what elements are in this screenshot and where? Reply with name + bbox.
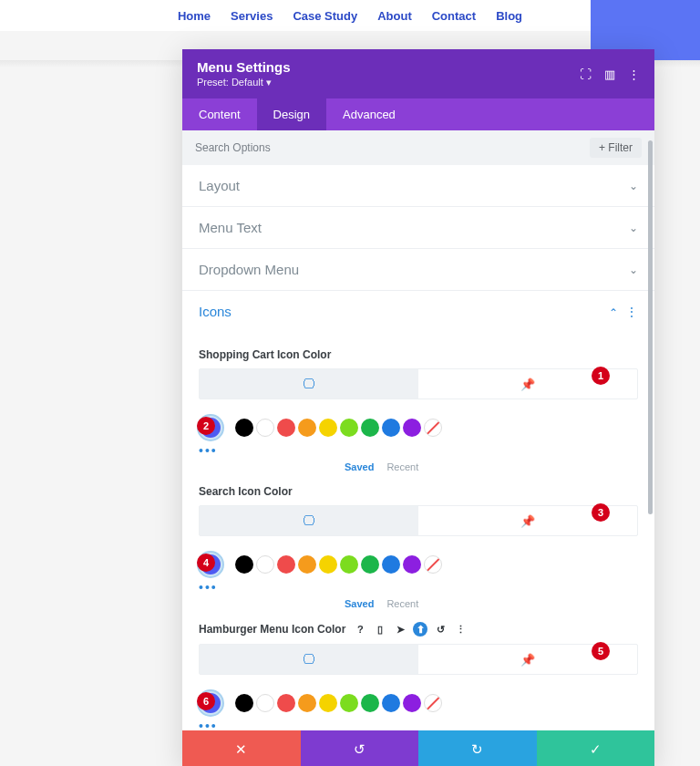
swatch-white[interactable] (256, 694, 274, 712)
desktop-icon: 🖵 (303, 513, 315, 528)
modal-title: Menu Settings (197, 59, 291, 75)
swatch-white[interactable] (256, 419, 274, 437)
columns-icon[interactable]: ▥ (604, 67, 615, 81)
section-options-icon[interactable]: ⋮ (625, 305, 638, 319)
swatch-yellow[interactable] (319, 419, 337, 437)
expand-icon[interactable]: ⛶ (580, 67, 592, 81)
responsive-tabs-search-color: 🖵 📌 3 (199, 505, 638, 536)
swatch-orange[interactable] (298, 694, 316, 712)
reset-icon[interactable]: ↺ (433, 622, 448, 637)
annotation-badge-1: 1 (592, 367, 610, 385)
close-button[interactable]: ✕ (182, 730, 301, 766)
undo-button[interactable]: ↺ (301, 730, 419, 766)
save-button[interactable]: ✓ (537, 730, 655, 766)
swatch-orange[interactable] (298, 555, 316, 574)
menu-settings-modal: Menu Settings Preset: Default ▾ ⛶ ▥ ⋮ Co… (182, 49, 654, 766)
swatch-row-cart: 2 (199, 416, 638, 440)
swatch-none[interactable] (424, 419, 442, 437)
saved-tab[interactable]: Saved (345, 598, 374, 609)
swatch-green[interactable] (361, 555, 379, 574)
field-help-icons: ? ▯ ➤ ⬆ ↺ ⋮ (353, 622, 468, 637)
swatch-white[interactable] (256, 555, 274, 574)
search-placeholder[interactable]: Search Options (195, 141, 271, 154)
swatch-blue[interactable] (382, 694, 400, 712)
annotation-badge-2: 2 (197, 417, 215, 435)
mobile-icon[interactable]: ▯ (373, 622, 387, 637)
nav-blog[interactable]: Blog (496, 9, 522, 23)
recent-tab[interactable]: Recent (386, 598, 418, 609)
recent-tab[interactable]: Recent (386, 461, 418, 472)
swatch-none[interactable] (424, 694, 442, 712)
swatch-purple[interactable] (403, 555, 421, 574)
swatch-blue[interactable] (382, 419, 400, 437)
saved-tab[interactable]: Saved (345, 461, 374, 472)
swatch-purple[interactable] (403, 694, 421, 712)
swatch-black[interactable] (235, 694, 253, 712)
swatch-black[interactable] (235, 555, 253, 574)
chevron-down-icon: ⌄ (629, 180, 638, 192)
preset-dropdown[interactable]: Preset: Default ▾ (197, 77, 291, 88)
swatch-orange[interactable] (298, 419, 316, 437)
section-menu-text[interactable]: Menu Text⌄ (182, 207, 654, 248)
swatch-row-hamburger: 6 (199, 691, 638, 715)
filter-button[interactable]: + Filter (590, 138, 642, 158)
more-colors-icon[interactable]: ••• (199, 580, 638, 595)
search-options-bar: Search Options + Filter (182, 130, 654, 165)
annotation-badge-3: 3 (592, 503, 610, 522)
icons-panel: Shopping Cart Icon Color 🖵 📌 1 2 (182, 332, 654, 730)
scrollbar[interactable] (648, 140, 653, 514)
swatch-yellow[interactable] (319, 694, 337, 712)
nav-contact[interactable]: Contact (432, 9, 476, 23)
tab-design[interactable]: Design (257, 98, 326, 130)
cursor-icon[interactable]: ➤ (393, 622, 407, 637)
label-search-icon-color: Search Icon Color (199, 485, 638, 498)
swatch-green[interactable] (361, 694, 379, 712)
swatch-red[interactable] (277, 694, 295, 712)
desktop-tab[interactable]: 🖵 (200, 645, 418, 674)
annotation-badge-6: 6 (197, 692, 215, 710)
swatch-green[interactable] (361, 419, 379, 437)
swatch-purple[interactable] (403, 419, 421, 437)
nav-services[interactable]: Servies (231, 9, 273, 23)
modal-header: Menu Settings Preset: Default ▾ ⛶ ▥ ⋮ (182, 49, 654, 98)
tab-advanced[interactable]: Advanced (326, 98, 412, 130)
nav-about[interactable]: About (377, 9, 412, 23)
tab-content[interactable]: Content (182, 98, 257, 130)
pin-icon: 📌 (520, 514, 535, 528)
swatch-black[interactable] (235, 419, 253, 437)
swatch-lime[interactable] (340, 419, 358, 437)
swatch-lime[interactable] (340, 694, 358, 712)
swatch-none[interactable] (424, 555, 442, 574)
desktop-icon: 🖵 (303, 652, 315, 667)
kebab-icon[interactable]: ⋮ (453, 622, 468, 637)
desktop-tab[interactable]: 🖵 (200, 369, 418, 399)
section-icons[interactable]: Icons ⌃⋮ (182, 291, 654, 332)
modal-footer: ✕ ↺ ↻ ✓ (182, 730, 654, 766)
label-hamburger-icon-color: Hamburger Menu Icon Color ? ▯ ➤ ⬆ ↺ ⋮ (199, 622, 638, 637)
nav-home[interactable]: Home (178, 9, 211, 23)
more-colors-icon[interactable]: ••• (199, 719, 638, 730)
desktop-icon: 🖵 (303, 377, 315, 391)
section-layout[interactable]: Layout⌄ (182, 165, 654, 206)
chevron-down-icon: ⌄ (629, 264, 638, 276)
redo-button[interactable]: ↻ (418, 730, 537, 766)
swatch-row-search: 4 (199, 553, 638, 576)
swatch-red[interactable] (277, 555, 295, 574)
swatch-red[interactable] (277, 419, 295, 437)
responsive-tabs-cart-color: 🖵 📌 1 (199, 368, 638, 399)
chevron-down-icon: ⌄ (629, 222, 638, 234)
section-dropdown-menu[interactable]: Dropdown Menu⌄ (182, 249, 654, 290)
help-icon[interactable]: ? (353, 622, 367, 637)
swatch-blue[interactable] (382, 555, 400, 574)
pin-icon: 📌 (520, 378, 535, 391)
nav-case-study[interactable]: Case Study (293, 9, 357, 23)
label-cart-icon-color: Shopping Cart Icon Color (199, 348, 638, 361)
desktop-tab[interactable]: 🖵 (200, 506, 418, 535)
kebab-icon[interactable]: ⋮ (628, 67, 640, 81)
more-colors-icon[interactable]: ••• (199, 443, 638, 458)
responsive-tabs-hamburger-color: 🖵 📌 5 (199, 644, 638, 675)
hover-state-icon[interactable]: ⬆ (413, 622, 427, 637)
swatch-yellow[interactable] (319, 555, 337, 574)
swatch-lime[interactable] (340, 555, 358, 574)
annotation-badge-4: 4 (197, 554, 215, 572)
